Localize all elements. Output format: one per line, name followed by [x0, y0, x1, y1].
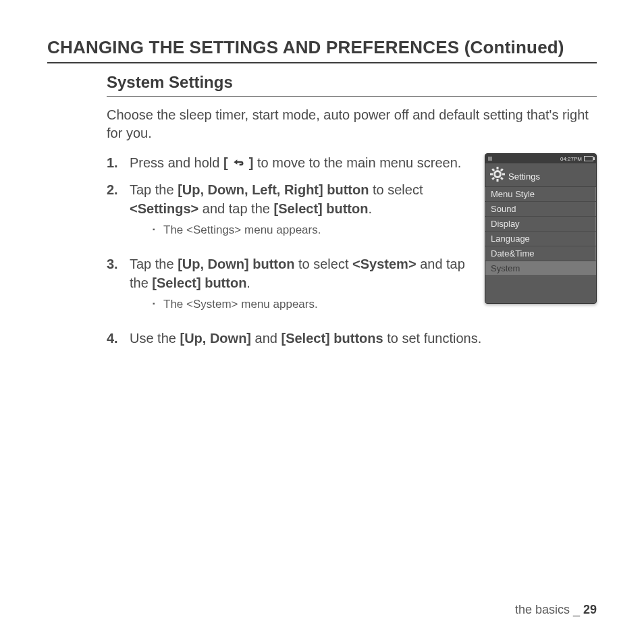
svg-rect-2: [497, 179, 499, 182]
svg-rect-8: [500, 177, 504, 180]
step-num: 2.: [107, 180, 126, 199]
footer-sep: _: [570, 603, 583, 616]
text-frag: and tap the: [198, 201, 273, 216]
device-time: 04:27PM: [560, 156, 582, 162]
text-frag: and: [251, 331, 281, 346]
hold-indicator-icon: [488, 157, 492, 161]
bold-frag: [Select] button: [152, 275, 246, 290]
text-frag: Press and hold: [130, 155, 223, 170]
battery-icon: [584, 156, 593, 161]
svg-point-0: [495, 171, 501, 178]
step-text: Tap the [Up, Down, Left, Right] button t…: [130, 180, 470, 248]
svg-rect-3: [490, 173, 493, 176]
device-menu: Menu Style Sound Display Language Date&T…: [485, 187, 596, 276]
status-right: 04:27PM: [560, 156, 593, 162]
text-frag: Tap the: [130, 257, 178, 271]
text-frag: Use the: [130, 331, 180, 346]
sub-list: The <Settings> menu appears.: [153, 222, 470, 238]
bold-frag: [Select] button: [273, 201, 368, 216]
bold-frag: [Up, Down, Left, Right] button: [178, 182, 369, 197]
device-screenshot: 04:27PM Settings Menu Style Sound Displa…: [485, 153, 597, 304]
intro-text: Choose the sleep timer, start mode, auto…: [107, 106, 597, 142]
svg-rect-4: [502, 173, 505, 176]
device-menu-item[interactable]: Sound: [485, 202, 596, 217]
gear-icon: [489, 166, 506, 182]
back-icon: [232, 155, 245, 173]
page-number: 29: [583, 603, 597, 616]
svg-rect-6: [491, 177, 495, 180]
text-frag: .: [368, 201, 372, 216]
bracket-close: ]: [245, 155, 253, 170]
bold-frag: [Up, Down] button: [178, 257, 294, 271]
text-frag: to select: [294, 257, 352, 271]
footer-section: the basics: [515, 603, 570, 616]
text-frag: .: [246, 275, 250, 290]
page-footer: the basics _ 29: [515, 603, 597, 617]
text-frag: to select: [369, 182, 423, 197]
sub-note: The <Settings> menu appears.: [153, 222, 470, 238]
step-text: Press and hold [ ] to move to the main m…: [130, 153, 461, 173]
text-frag: to set functions.: [383, 331, 482, 346]
step-list: 1. Press and hold [ ] to move to the mai…: [107, 153, 470, 322]
step-num: 4.: [107, 329, 126, 348]
sub-note: The <System> menu appears.: [153, 296, 470, 313]
steps-column: 1. Press and hold [ ] to move to the mai…: [107, 153, 470, 329]
text-frag: to move to the main menu screen.: [253, 155, 461, 170]
step-num: 1.: [107, 153, 126, 172]
bold-frag: [Up, Down]: [180, 331, 251, 346]
device-padding: [485, 276, 596, 303]
text-frag: Tap the: [130, 182, 178, 197]
step-4: 4. Use the [Up, Down] and [Select] butto…: [107, 329, 597, 348]
page-title: CHANGING THE SETTINGS AND PREFERENCES (C…: [47, 37, 597, 63]
device-menu-item-selected[interactable]: System: [485, 261, 596, 276]
device-menu-item[interactable]: Menu Style: [485, 187, 596, 202]
section-title: System Settings: [107, 73, 597, 97]
device-header: Settings: [485, 163, 596, 187]
device-header-label: Settings: [508, 171, 540, 182]
device-menu-item[interactable]: Date&Time: [485, 246, 596, 261]
bold-frag: [Select] buttons: [281, 331, 383, 346]
step-list-cont: 4. Use the [Up, Down] and [Select] butto…: [107, 329, 597, 348]
step-2: 2. Tap the [Up, Down, Left, Right] butto…: [107, 180, 470, 248]
bold-frag: <System>: [352, 257, 417, 271]
bracket-open: [: [223, 155, 232, 170]
svg-rect-1: [497, 167, 499, 169]
step-text: Use the [Up, Down] and [Select] buttons …: [130, 329, 481, 348]
device-menu-item[interactable]: Display: [485, 217, 596, 232]
svg-rect-5: [500, 168, 504, 171]
content-block: System Settings Choose the sleep timer, …: [107, 73, 597, 348]
step-text: Tap the [Up, Down] button to select <Sys…: [130, 254, 470, 322]
device-menu-item[interactable]: Language: [485, 232, 596, 246]
step-1: 1. Press and hold [ ] to move to the mai…: [107, 153, 470, 173]
steps-and-device: 1. Press and hold [ ] to move to the mai…: [107, 153, 597, 329]
step-num: 3.: [107, 254, 126, 273]
svg-rect-7: [491, 168, 495, 171]
device-status-bar: 04:27PM: [485, 154, 596, 163]
bold-frag: <Settings>: [130, 201, 198, 216]
sub-list: The <System> menu appears.: [153, 296, 470, 313]
step-3: 3. Tap the [Up, Down] button to select <…: [107, 254, 470, 322]
